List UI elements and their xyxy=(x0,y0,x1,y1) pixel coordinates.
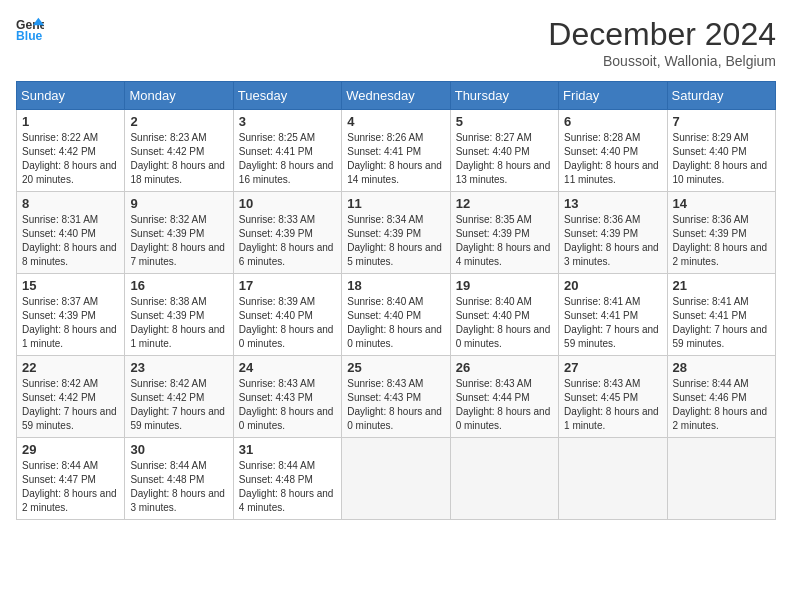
calendar-cell: 31 Sunrise: 8:44 AM Sunset: 4:48 PM Dayl… xyxy=(233,438,341,520)
calendar-cell: 12 Sunrise: 8:35 AM Sunset: 4:39 PM Dayl… xyxy=(450,192,558,274)
logo-icon: General Blue xyxy=(16,16,44,44)
calendar-cell: 7 Sunrise: 8:29 AM Sunset: 4:40 PM Dayli… xyxy=(667,110,775,192)
day-info: Sunrise: 8:23 AM Sunset: 4:42 PM Dayligh… xyxy=(130,131,227,187)
day-info: Sunrise: 8:26 AM Sunset: 4:41 PM Dayligh… xyxy=(347,131,444,187)
day-number: 2 xyxy=(130,114,227,129)
day-number: 21 xyxy=(673,278,770,293)
day-info: Sunrise: 8:44 AM Sunset: 4:48 PM Dayligh… xyxy=(130,459,227,515)
header-friday: Friday xyxy=(559,82,667,110)
day-number: 1 xyxy=(22,114,119,129)
day-number: 30 xyxy=(130,442,227,457)
calendar-cell: 16 Sunrise: 8:38 AM Sunset: 4:39 PM Dayl… xyxy=(125,274,233,356)
calendar-cell xyxy=(342,438,450,520)
day-info: Sunrise: 8:28 AM Sunset: 4:40 PM Dayligh… xyxy=(564,131,661,187)
day-number: 13 xyxy=(564,196,661,211)
header-thursday: Thursday xyxy=(450,82,558,110)
header-saturday: Saturday xyxy=(667,82,775,110)
day-info: Sunrise: 8:22 AM Sunset: 4:42 PM Dayligh… xyxy=(22,131,119,187)
title-block: December 2024 Boussoit, Wallonia, Belgiu… xyxy=(548,16,776,69)
day-info: Sunrise: 8:41 AM Sunset: 4:41 PM Dayligh… xyxy=(673,295,770,351)
calendar-cell: 27 Sunrise: 8:43 AM Sunset: 4:45 PM Dayl… xyxy=(559,356,667,438)
day-info: Sunrise: 8:32 AM Sunset: 4:39 PM Dayligh… xyxy=(130,213,227,269)
day-number: 26 xyxy=(456,360,553,375)
day-number: 25 xyxy=(347,360,444,375)
day-info: Sunrise: 8:25 AM Sunset: 4:41 PM Dayligh… xyxy=(239,131,336,187)
day-number: 11 xyxy=(347,196,444,211)
calendar-cell: 4 Sunrise: 8:26 AM Sunset: 4:41 PM Dayli… xyxy=(342,110,450,192)
day-number: 6 xyxy=(564,114,661,129)
calendar-cell: 28 Sunrise: 8:44 AM Sunset: 4:46 PM Dayl… xyxy=(667,356,775,438)
day-number: 19 xyxy=(456,278,553,293)
day-info: Sunrise: 8:41 AM Sunset: 4:41 PM Dayligh… xyxy=(564,295,661,351)
calendar-cell: 20 Sunrise: 8:41 AM Sunset: 4:41 PM Dayl… xyxy=(559,274,667,356)
day-number: 29 xyxy=(22,442,119,457)
calendar-cell: 29 Sunrise: 8:44 AM Sunset: 4:47 PM Dayl… xyxy=(17,438,125,520)
day-info: Sunrise: 8:44 AM Sunset: 4:47 PM Dayligh… xyxy=(22,459,119,515)
calendar-cell xyxy=(450,438,558,520)
day-info: Sunrise: 8:37 AM Sunset: 4:39 PM Dayligh… xyxy=(22,295,119,351)
day-number: 16 xyxy=(130,278,227,293)
day-info: Sunrise: 8:35 AM Sunset: 4:39 PM Dayligh… xyxy=(456,213,553,269)
svg-text:Blue: Blue xyxy=(16,29,43,43)
calendar-cell: 21 Sunrise: 8:41 AM Sunset: 4:41 PM Dayl… xyxy=(667,274,775,356)
calendar-cell: 14 Sunrise: 8:36 AM Sunset: 4:39 PM Dayl… xyxy=(667,192,775,274)
calendar-cell: 24 Sunrise: 8:43 AM Sunset: 4:43 PM Dayl… xyxy=(233,356,341,438)
day-number: 12 xyxy=(456,196,553,211)
day-number: 10 xyxy=(239,196,336,211)
calendar-week-2: 8 Sunrise: 8:31 AM Sunset: 4:40 PM Dayli… xyxy=(17,192,776,274)
calendar-cell: 22 Sunrise: 8:42 AM Sunset: 4:42 PM Dayl… xyxy=(17,356,125,438)
calendar-cell xyxy=(667,438,775,520)
calendar-week-5: 29 Sunrise: 8:44 AM Sunset: 4:47 PM Dayl… xyxy=(17,438,776,520)
day-info: Sunrise: 8:44 AM Sunset: 4:46 PM Dayligh… xyxy=(673,377,770,433)
day-number: 14 xyxy=(673,196,770,211)
day-info: Sunrise: 8:42 AM Sunset: 4:42 PM Dayligh… xyxy=(130,377,227,433)
day-number: 15 xyxy=(22,278,119,293)
day-number: 22 xyxy=(22,360,119,375)
calendar-cell: 5 Sunrise: 8:27 AM Sunset: 4:40 PM Dayli… xyxy=(450,110,558,192)
calendar-table: SundayMondayTuesdayWednesdayThursdayFrid… xyxy=(16,81,776,520)
day-number: 27 xyxy=(564,360,661,375)
calendar-cell: 17 Sunrise: 8:39 AM Sunset: 4:40 PM Dayl… xyxy=(233,274,341,356)
day-number: 20 xyxy=(564,278,661,293)
day-info: Sunrise: 8:43 AM Sunset: 4:44 PM Dayligh… xyxy=(456,377,553,433)
day-info: Sunrise: 8:40 AM Sunset: 4:40 PM Dayligh… xyxy=(347,295,444,351)
calendar-week-3: 15 Sunrise: 8:37 AM Sunset: 4:39 PM Dayl… xyxy=(17,274,776,356)
header-wednesday: Wednesday xyxy=(342,82,450,110)
day-info: Sunrise: 8:39 AM Sunset: 4:40 PM Dayligh… xyxy=(239,295,336,351)
calendar-cell: 10 Sunrise: 8:33 AM Sunset: 4:39 PM Dayl… xyxy=(233,192,341,274)
day-info: Sunrise: 8:44 AM Sunset: 4:48 PM Dayligh… xyxy=(239,459,336,515)
day-number: 4 xyxy=(347,114,444,129)
day-number: 9 xyxy=(130,196,227,211)
location: Boussoit, Wallonia, Belgium xyxy=(548,53,776,69)
calendar-week-1: 1 Sunrise: 8:22 AM Sunset: 4:42 PM Dayli… xyxy=(17,110,776,192)
header-monday: Monday xyxy=(125,82,233,110)
day-info: Sunrise: 8:43 AM Sunset: 4:45 PM Dayligh… xyxy=(564,377,661,433)
calendar-cell: 15 Sunrise: 8:37 AM Sunset: 4:39 PM Dayl… xyxy=(17,274,125,356)
calendar-cell: 23 Sunrise: 8:42 AM Sunset: 4:42 PM Dayl… xyxy=(125,356,233,438)
day-number: 23 xyxy=(130,360,227,375)
calendar-cell: 9 Sunrise: 8:32 AM Sunset: 4:39 PM Dayli… xyxy=(125,192,233,274)
day-info: Sunrise: 8:40 AM Sunset: 4:40 PM Dayligh… xyxy=(456,295,553,351)
calendar-cell: 19 Sunrise: 8:40 AM Sunset: 4:40 PM Dayl… xyxy=(450,274,558,356)
day-info: Sunrise: 8:36 AM Sunset: 4:39 PM Dayligh… xyxy=(673,213,770,269)
calendar-cell: 25 Sunrise: 8:43 AM Sunset: 4:43 PM Dayl… xyxy=(342,356,450,438)
day-number: 3 xyxy=(239,114,336,129)
day-info: Sunrise: 8:33 AM Sunset: 4:39 PM Dayligh… xyxy=(239,213,336,269)
calendar-cell: 13 Sunrise: 8:36 AM Sunset: 4:39 PM Dayl… xyxy=(559,192,667,274)
day-info: Sunrise: 8:42 AM Sunset: 4:42 PM Dayligh… xyxy=(22,377,119,433)
day-info: Sunrise: 8:31 AM Sunset: 4:40 PM Dayligh… xyxy=(22,213,119,269)
logo: General Blue General Blue xyxy=(16,16,44,44)
day-number: 18 xyxy=(347,278,444,293)
day-number: 7 xyxy=(673,114,770,129)
day-info: Sunrise: 8:34 AM Sunset: 4:39 PM Dayligh… xyxy=(347,213,444,269)
header-sunday: Sunday xyxy=(17,82,125,110)
calendar-cell: 26 Sunrise: 8:43 AM Sunset: 4:44 PM Dayl… xyxy=(450,356,558,438)
calendar-cell: 1 Sunrise: 8:22 AM Sunset: 4:42 PM Dayli… xyxy=(17,110,125,192)
header-tuesday: Tuesday xyxy=(233,82,341,110)
day-info: Sunrise: 8:29 AM Sunset: 4:40 PM Dayligh… xyxy=(673,131,770,187)
calendar-cell: 6 Sunrise: 8:28 AM Sunset: 4:40 PM Dayli… xyxy=(559,110,667,192)
calendar-cell: 11 Sunrise: 8:34 AM Sunset: 4:39 PM Dayl… xyxy=(342,192,450,274)
page-header: General Blue General Blue December 2024 … xyxy=(16,16,776,69)
day-info: Sunrise: 8:36 AM Sunset: 4:39 PM Dayligh… xyxy=(564,213,661,269)
calendar-cell xyxy=(559,438,667,520)
